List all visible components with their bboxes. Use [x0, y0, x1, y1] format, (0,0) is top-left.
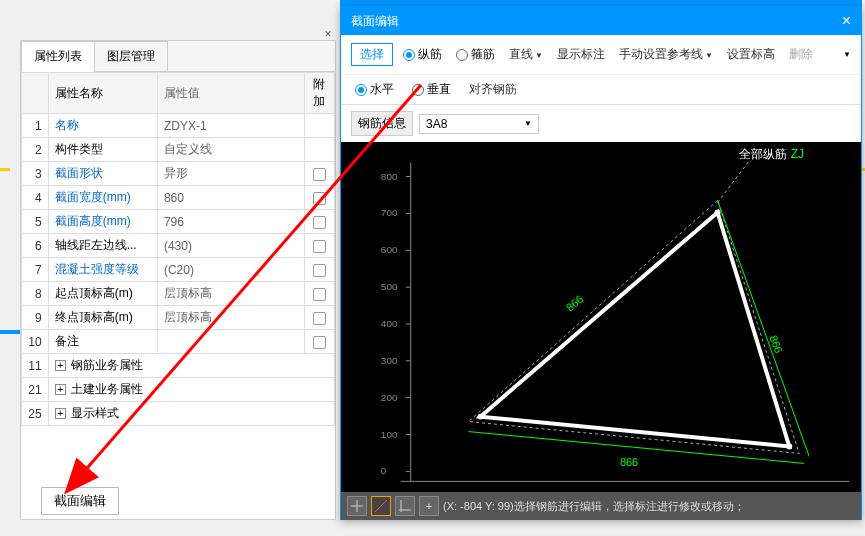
checkbox[interactable]: [313, 288, 326, 301]
svg-marker-20: [469, 200, 800, 453]
table-group-row[interactable]: 21 + 土建业务属性: [22, 378, 335, 402]
tab-properties[interactable]: 属性列表: [21, 41, 95, 72]
svg-line-27: [718, 161, 750, 203]
svg-text:500: 500: [381, 281, 398, 292]
svg-text:800: 800: [381, 171, 398, 182]
svg-point-24: [715, 209, 721, 215]
dialog-titlebar: 截面编辑 ×: [341, 7, 861, 35]
table-group-row[interactable]: 11 + 钢筋业务属性: [22, 354, 335, 378]
chevron-down-icon: ▼: [524, 119, 532, 128]
checkbox[interactable]: [313, 264, 326, 277]
expand-icon[interactable]: +: [55, 408, 66, 419]
expand-icon[interactable]: +: [55, 384, 66, 395]
table-row[interactable]: 4 截面宽度(mm) 860: [22, 186, 335, 210]
panel-tabs: 属性列表 图层管理: [21, 41, 335, 72]
table-row[interactable]: 8 起点顶标高(m) 层顶标高: [22, 282, 335, 306]
diagonal-icon[interactable]: [371, 496, 391, 516]
checkbox[interactable]: [313, 168, 326, 181]
status-bar: + (X: -804 Y: 99)选择钢筋进行编辑，选择标注进行修改或移动；: [341, 492, 861, 520]
svg-text:300: 300: [381, 355, 398, 366]
table-row[interactable]: 10 备注: [22, 330, 335, 354]
checkbox[interactable]: [313, 216, 326, 229]
svg-point-25: [477, 414, 483, 420]
table-row[interactable]: 9 终点顶标高(m) 层顶标高: [22, 306, 335, 330]
table-row[interactable]: 3 截面形状 异形: [22, 162, 335, 186]
col-name: 属性名称: [48, 73, 157, 114]
rebar-info-select[interactable]: 3A8 ▼: [419, 114, 539, 134]
properties-table: 属性名称 属性值 附加 1 名称 ZDYX-1 2 构件类型 自定义线 3 截面…: [21, 72, 335, 426]
chevron-down-icon: ▼: [705, 51, 713, 60]
dim-label: 866: [767, 334, 785, 355]
table-row[interactable]: 6 轴线距左边线... (430): [22, 234, 335, 258]
svg-text:600: 600: [381, 244, 398, 255]
rebar-info-row: 钢筋信息 3A8 ▼: [341, 105, 861, 142]
select-button[interactable]: 选择: [351, 43, 393, 66]
dim-label: 866: [620, 456, 638, 468]
set-elev-button[interactable]: 设置标高: [727, 46, 775, 63]
svg-text:全部纵筋 ZJ: 全部纵筋 ZJ: [739, 147, 804, 161]
expand-icon[interactable]: +: [55, 360, 66, 371]
align-rebar-button[interactable]: 对齐钢筋: [469, 81, 517, 98]
close-icon[interactable]: ×: [321, 27, 335, 41]
table-row[interactable]: 1 名称 ZDYX-1: [22, 114, 335, 138]
line-dropdown[interactable]: 直线▼: [509, 46, 543, 63]
delete-button[interactable]: 删除: [789, 46, 813, 63]
radio-stirrup[interactable]: 箍筋: [456, 46, 495, 63]
checkbox[interactable]: [313, 312, 326, 325]
col-value: 属性值: [157, 73, 304, 114]
svg-point-26: [786, 444, 792, 450]
properties-panel: × 属性列表 图层管理 属性名称 属性值 附加 1 名称 ZDYX-1 2 构件…: [20, 40, 336, 520]
svg-line-22: [718, 200, 810, 456]
svg-text:400: 400: [381, 318, 398, 329]
radio-vertical[interactable]: 垂直: [412, 81, 451, 98]
col-num: [22, 73, 49, 114]
radio-horizontal[interactable]: 水平: [355, 81, 394, 98]
tab-layers[interactable]: 图层管理: [94, 41, 168, 71]
table-row[interactable]: 2 构件类型 自定义线: [22, 138, 335, 162]
plus-icon[interactable]: +: [419, 496, 439, 516]
chevron-down-icon: ▼: [535, 51, 543, 60]
section-canvas[interactable]: 0100200300400500600700800 866 866 866 全部…: [341, 142, 861, 492]
table-group-row[interactable]: 25 + 显示样式: [22, 402, 335, 426]
origin-icon[interactable]: [347, 496, 367, 516]
svg-text:700: 700: [381, 207, 398, 218]
rebar-info-label: 钢筋信息: [351, 111, 413, 136]
col-add: 附加: [304, 73, 334, 114]
svg-line-31: [375, 500, 387, 512]
dialog-toolbar: 选择 纵筋 箍筋 直线▼ 显示标注 手动设置参考线▼ 设置标高 删除 ▼: [341, 35, 861, 75]
checkbox[interactable]: [313, 336, 326, 349]
section-edit-dialog: 截面编辑 × 选择 纵筋 箍筋 直线▼ 显示标注 手动设置参考线▼ 设置标高 删…: [340, 6, 862, 520]
dialog-title: 截面编辑: [351, 13, 399, 30]
dialog-toolbar-2: 水平 垂直 对齐钢筋: [341, 75, 861, 105]
checkbox[interactable]: [313, 240, 326, 253]
table-row[interactable]: 5 截面高度(mm) 796: [22, 210, 335, 234]
manual-ref-dropdown[interactable]: 手动设置参考线▼: [619, 46, 713, 63]
close-icon[interactable]: ×: [842, 12, 851, 30]
svg-text:0: 0: [381, 465, 387, 476]
svg-text:100: 100: [381, 429, 398, 440]
svg-text:200: 200: [381, 392, 398, 403]
checkbox[interactable]: [313, 192, 326, 205]
axis-icon[interactable]: [395, 496, 415, 516]
show-dim-button[interactable]: 显示标注: [557, 46, 605, 63]
table-row[interactable]: 7 混凝土强度等级 (C20): [22, 258, 335, 282]
chevron-down-icon[interactable]: ▼: [843, 50, 851, 59]
radio-longitudinal[interactable]: 纵筋: [403, 46, 442, 63]
svg-marker-21: [480, 212, 789, 446]
section-edit-button[interactable]: 截面编辑: [41, 487, 119, 515]
status-text: (X: -804 Y: 99)选择钢筋进行编辑，选择标注进行修改或移动；: [443, 499, 745, 514]
dim-label: 866: [564, 293, 586, 314]
